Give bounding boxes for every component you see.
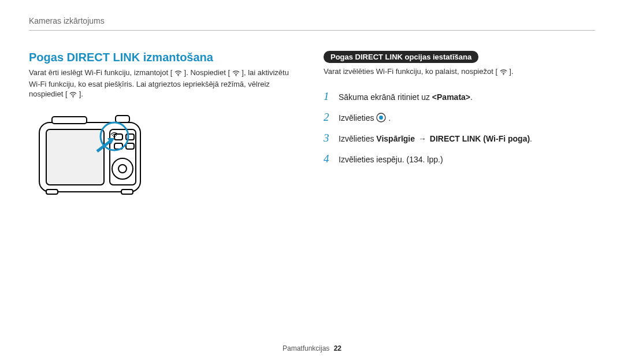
step-3-bold2: DIRECT LINK (Wi-Fi poga) [430,134,530,143]
svg-point-7 [118,165,127,173]
step-text: Izvēlieties iespēju. (134. lpp.) [339,152,595,168]
svg-point-18 [114,137,115,138]
svg-rect-13 [116,116,129,122]
svg-point-2 [73,96,74,98]
left-column: Pogas DIRECT LINK izmantošana Varat ērti… [29,51,300,209]
target-icon [376,112,386,128]
step-number: 1 [324,86,333,107]
right-intro: Varat izvēlēties Wi-Fi funkciju, ko pala… [324,66,595,78]
wifi-icon [232,69,240,79]
breadcrumb: Kameras izkārtojums [29,16,105,25]
step-text: Sākuma ekrānā ritiniet uz <Pamata>. [339,90,595,105]
step-3: 3 Izvēlieties Vispārīgie → DIRECT LINK (… [324,128,595,148]
svg-rect-4 [46,129,104,185]
step-1-bold: <Pamata> [432,92,470,102]
subsection-badge: Pogas DIRECT LINK opcijas iestatīšana [324,51,478,63]
svg-rect-14 [46,190,58,194]
wifi-icon [174,69,182,79]
camera-illustration [29,111,300,209]
svg-rect-15 [121,190,133,194]
step-number: 3 [324,128,333,148]
svg-rect-11 [126,143,134,149]
step-text: Izvēlieties Vispārīgie → DIRECT LINK (Wi… [339,131,595,147]
section-title: Pogas DIRECT LINK izmantošana [29,51,300,64]
right-intro-1: Varat izvēlēties Wi-Fi funkciju, ko pala… [324,67,497,76]
step-text: Izvēlieties . [339,110,595,128]
page-number: 22 [334,344,341,352]
step-3-bold1: Vispārīgie [376,134,415,143]
header-divider [29,30,595,31]
wifi-icon [69,90,77,101]
step-1: 1 Sākuma ekrānā ritiniet uz <Pamata>. [324,86,595,107]
step-3-arrow: → [415,134,430,143]
footer-section: Pamatfunkcijas [283,344,329,352]
step-number: 4 [324,148,333,169]
step-2: 2 Izvēlieties . [324,107,595,128]
step-2-post: . [388,113,391,122]
svg-point-1 [235,75,236,76]
intro-text-1: Varat ērti ieslēgt Wi-Fi funkciju, izman… [29,68,172,77]
step-1-pre: Sākuma ekrānā ritiniet uz [339,92,432,102]
content-columns: Pogas DIRECT LINK izmantošana Varat ērti… [29,51,595,209]
step-1-post: . [470,92,473,102]
step-4-text: Izvēlieties iespēju. (134. lpp.) [339,155,443,164]
step-4: 4 Izvēlieties iespēju. (134. lpp.) [324,148,595,169]
intro-paragraph: Varat ērti ieslēgt Wi-Fi funkciju, izman… [29,68,300,101]
step-3-post: . [530,134,532,143]
svg-rect-12 [52,117,87,124]
intro-text-2: ]. Nospiediet [ [184,68,231,77]
page-footer: Pamatfunkcijas 22 [0,344,624,352]
wifi-icon [500,68,507,78]
svg-point-21 [379,116,383,120]
step-3-pre: Izvēlieties [339,134,376,143]
right-intro-2: ]. [509,67,513,76]
step-number: 2 [324,107,333,128]
step-2-pre: Izvēlieties [339,113,376,122]
steps-list: 1 Sākuma ekrānā ritiniet uz <Pamata>. 2 … [324,86,595,169]
right-column: Pogas DIRECT LINK opcijas iestatīšana Va… [324,51,595,209]
svg-point-0 [178,75,179,76]
intro-text-4: ]. [79,90,83,98]
svg-point-19 [503,74,504,75]
